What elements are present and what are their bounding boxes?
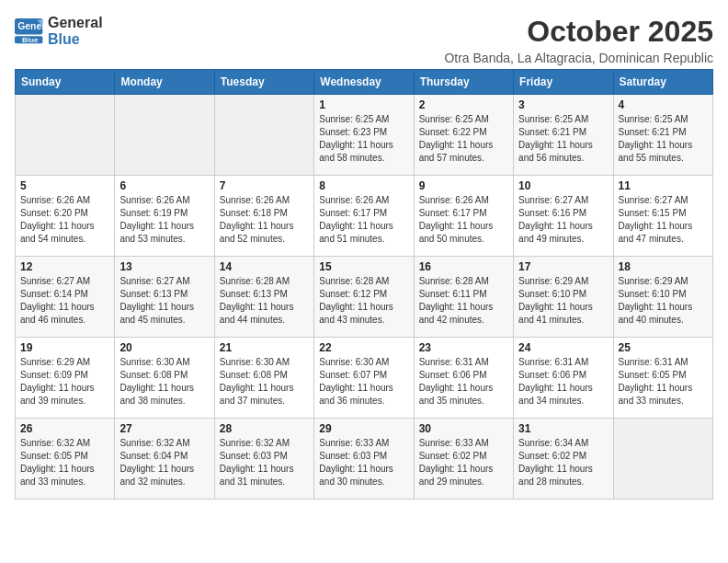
- day-info: Sunrise: 6:28 AM Sunset: 6:13 PM Dayligh…: [220, 275, 309, 327]
- day-number: 24: [518, 341, 608, 354]
- day-info: Sunrise: 6:32 AM Sunset: 6:03 PM Dayligh…: [220, 437, 309, 488]
- col-wednesday: Wednesday: [314, 70, 414, 95]
- day-number: 21: [220, 341, 309, 354]
- day-number: 10: [518, 179, 608, 192]
- calendar-header: Sunday Monday Tuesday Wednesday Thursday…: [16, 70, 713, 95]
- calendar-cell: 24Sunrise: 6:31 AM Sunset: 6:06 PM Dayli…: [514, 338, 613, 419]
- day-number: 31: [518, 422, 608, 435]
- location-subtitle: Otra Banda, La Altagracia, Dominican Rep…: [444, 51, 713, 65]
- day-number: 11: [619, 179, 708, 192]
- day-info: Sunrise: 6:25 AM Sunset: 6:21 PM Dayligh…: [518, 113, 608, 165]
- day-number: 22: [319, 341, 408, 354]
- day-number: 2: [419, 98, 508, 111]
- day-number: 12: [20, 260, 109, 273]
- day-number: 6: [119, 179, 209, 192]
- day-info: Sunrise: 6:31 AM Sunset: 6:06 PM Dayligh…: [419, 356, 508, 408]
- calendar-cell: 23Sunrise: 6:31 AM Sunset: 6:06 PM Dayli…: [414, 338, 513, 419]
- calendar-cell: 27Sunrise: 6:32 AM Sunset: 6:04 PM Dayli…: [115, 419, 214, 500]
- day-info: Sunrise: 6:29 AM Sunset: 6:10 PM Dayligh…: [518, 275, 608, 327]
- day-info: Sunrise: 6:30 AM Sunset: 6:08 PM Dayligh…: [119, 356, 209, 408]
- day-info: Sunrise: 6:26 AM Sunset: 6:19 PM Dayligh…: [119, 194, 209, 246]
- calendar-cell: 26Sunrise: 6:32 AM Sunset: 6:05 PM Dayli…: [16, 419, 115, 500]
- day-number: 20: [119, 341, 209, 354]
- day-info: Sunrise: 6:30 AM Sunset: 6:08 PM Dayligh…: [220, 356, 309, 408]
- day-number: 13: [119, 260, 209, 273]
- calendar-cell: 18Sunrise: 6:29 AM Sunset: 6:10 PM Dayli…: [613, 257, 712, 338]
- calendar-week-2: 5Sunrise: 6:26 AM Sunset: 6:20 PM Daylig…: [16, 176, 713, 257]
- col-saturday: Saturday: [613, 70, 712, 95]
- day-info: Sunrise: 6:26 AM Sunset: 6:17 PM Dayligh…: [419, 194, 508, 246]
- day-info: Sunrise: 6:26 AM Sunset: 6:18 PM Dayligh…: [220, 194, 309, 246]
- day-number: 7: [220, 179, 309, 192]
- calendar-cell: 15Sunrise: 6:28 AM Sunset: 6:12 PM Dayli…: [314, 257, 414, 338]
- day-number: 8: [319, 179, 408, 192]
- calendar-cell: 16Sunrise: 6:28 AM Sunset: 6:11 PM Dayli…: [414, 257, 513, 338]
- page-header: General Blue General Blue October 2025 O…: [15, 15, 713, 65]
- col-friday: Friday: [514, 70, 613, 95]
- month-title: October 2025: [444, 15, 713, 49]
- calendar-week-3: 12Sunrise: 6:27 AM Sunset: 6:14 PM Dayli…: [16, 257, 713, 338]
- day-info: Sunrise: 6:25 AM Sunset: 6:22 PM Dayligh…: [419, 113, 508, 165]
- calendar-week-4: 19Sunrise: 6:29 AM Sunset: 6:09 PM Dayli…: [16, 338, 713, 419]
- calendar-cell: 28Sunrise: 6:32 AM Sunset: 6:03 PM Dayli…: [214, 419, 313, 500]
- calendar-cell: 9Sunrise: 6:26 AM Sunset: 6:17 PM Daylig…: [414, 176, 513, 257]
- day-info: Sunrise: 6:28 AM Sunset: 6:11 PM Dayligh…: [419, 275, 508, 327]
- col-sunday: Sunday: [16, 70, 115, 95]
- day-number: 14: [220, 260, 309, 273]
- day-info: Sunrise: 6:25 AM Sunset: 6:23 PM Dayligh…: [319, 113, 408, 165]
- logo-line1: General: [48, 15, 103, 31]
- day-number: 17: [518, 260, 608, 273]
- calendar-cell: [613, 419, 712, 500]
- header-row: Sunday Monday Tuesday Wednesday Thursday…: [16, 70, 713, 95]
- day-info: Sunrise: 6:31 AM Sunset: 6:06 PM Dayligh…: [518, 356, 608, 408]
- calendar-week-5: 26Sunrise: 6:32 AM Sunset: 6:05 PM Dayli…: [16, 419, 713, 500]
- day-info: Sunrise: 6:25 AM Sunset: 6:21 PM Dayligh…: [619, 113, 708, 165]
- day-number: 23: [419, 341, 508, 354]
- day-number: 15: [319, 260, 408, 273]
- calendar-cell: 5Sunrise: 6:26 AM Sunset: 6:20 PM Daylig…: [16, 176, 115, 257]
- day-info: Sunrise: 6:27 AM Sunset: 6:15 PM Dayligh…: [619, 194, 708, 246]
- calendar-cell: 11Sunrise: 6:27 AM Sunset: 6:15 PM Dayli…: [613, 176, 712, 257]
- calendar-cell: 17Sunrise: 6:29 AM Sunset: 6:10 PM Dayli…: [514, 257, 613, 338]
- calendar-cell: 8Sunrise: 6:26 AM Sunset: 6:17 PM Daylig…: [314, 176, 414, 257]
- day-number: 18: [619, 260, 708, 273]
- day-number: 16: [419, 260, 508, 273]
- calendar-cell: 14Sunrise: 6:28 AM Sunset: 6:13 PM Dayli…: [214, 257, 313, 338]
- calendar-table: Sunday Monday Tuesday Wednesday Thursday…: [15, 69, 713, 500]
- calendar-cell: 13Sunrise: 6:27 AM Sunset: 6:13 PM Dayli…: [115, 257, 214, 338]
- day-info: Sunrise: 6:30 AM Sunset: 6:07 PM Dayligh…: [319, 356, 408, 408]
- calendar-cell: [214, 95, 313, 176]
- day-info: Sunrise: 6:33 AM Sunset: 6:03 PM Dayligh…: [319, 437, 408, 488]
- day-info: Sunrise: 6:26 AM Sunset: 6:20 PM Dayligh…: [20, 194, 109, 246]
- calendar-cell: 4Sunrise: 6:25 AM Sunset: 6:21 PM Daylig…: [613, 95, 712, 176]
- day-info: Sunrise: 6:27 AM Sunset: 6:13 PM Dayligh…: [119, 275, 209, 327]
- day-number: 27: [119, 422, 209, 435]
- day-number: 19: [20, 341, 109, 354]
- col-tuesday: Tuesday: [214, 70, 313, 95]
- day-number: 29: [319, 422, 408, 435]
- day-info: Sunrise: 6:33 AM Sunset: 6:02 PM Dayligh…: [419, 437, 508, 488]
- day-info: Sunrise: 6:27 AM Sunset: 6:16 PM Dayligh…: [518, 194, 608, 246]
- calendar-cell: 20Sunrise: 6:30 AM Sunset: 6:08 PM Dayli…: [115, 338, 214, 419]
- calendar-cell: 25Sunrise: 6:31 AM Sunset: 6:05 PM Dayli…: [613, 338, 712, 419]
- calendar-cell: 30Sunrise: 6:33 AM Sunset: 6:02 PM Dayli…: [414, 419, 513, 500]
- day-number: 28: [220, 422, 309, 435]
- calendar-week-1: 1Sunrise: 6:25 AM Sunset: 6:23 PM Daylig…: [16, 95, 713, 176]
- calendar-cell: 19Sunrise: 6:29 AM Sunset: 6:09 PM Dayli…: [16, 338, 115, 419]
- calendar-cell: 22Sunrise: 6:30 AM Sunset: 6:07 PM Dayli…: [314, 338, 414, 419]
- calendar-cell: 1Sunrise: 6:25 AM Sunset: 6:23 PM Daylig…: [314, 95, 414, 176]
- logo-line2: Blue: [48, 31, 103, 48]
- calendar-cell: 7Sunrise: 6:26 AM Sunset: 6:18 PM Daylig…: [214, 176, 313, 257]
- day-info: Sunrise: 6:29 AM Sunset: 6:10 PM Dayligh…: [619, 275, 708, 327]
- day-number: 9: [419, 179, 508, 192]
- day-info: Sunrise: 6:32 AM Sunset: 6:04 PM Dayligh…: [119, 437, 209, 488]
- day-info: Sunrise: 6:28 AM Sunset: 6:12 PM Dayligh…: [319, 275, 408, 327]
- day-number: 3: [518, 98, 608, 111]
- day-info: Sunrise: 6:27 AM Sunset: 6:14 PM Dayligh…: [20, 275, 109, 327]
- calendar-cell: 2Sunrise: 6:25 AM Sunset: 6:22 PM Daylig…: [414, 95, 513, 176]
- calendar-cell: 10Sunrise: 6:27 AM Sunset: 6:16 PM Dayli…: [514, 176, 613, 257]
- col-thursday: Thursday: [414, 70, 513, 95]
- calendar-cell: 29Sunrise: 6:33 AM Sunset: 6:03 PM Dayli…: [314, 419, 414, 500]
- calendar-cell: 12Sunrise: 6:27 AM Sunset: 6:14 PM Dayli…: [16, 257, 115, 338]
- calendar-cell: 21Sunrise: 6:30 AM Sunset: 6:08 PM Dayli…: [214, 338, 313, 419]
